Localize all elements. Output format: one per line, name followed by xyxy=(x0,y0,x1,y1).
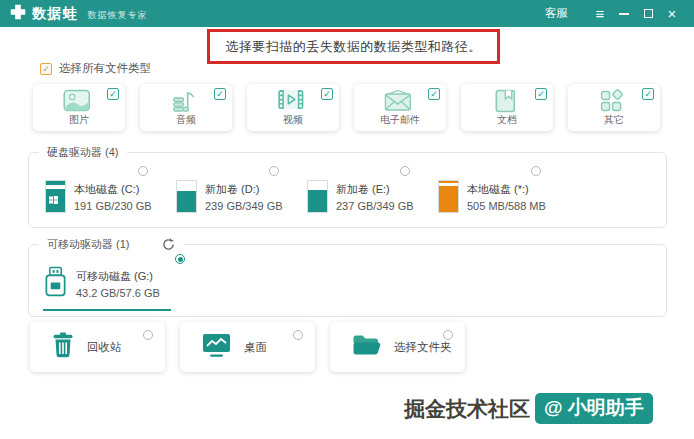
type-label: 电子邮件 xyxy=(354,113,446,127)
trash-icon xyxy=(52,332,74,362)
type-card-documents[interactable]: ✓ 文档 xyxy=(461,84,553,131)
hard-drives-title: 硬盘驱动器 (4) xyxy=(39,145,127,160)
image-icon xyxy=(63,89,91,116)
location-radio-desktop[interactable] xyxy=(293,330,303,340)
type-checkbox-other[interactable]: ✓ xyxy=(642,88,654,100)
drive-capacity: 43.2 GB/57.6 GB xyxy=(76,287,160,299)
drive-name: 本地磁盘 (C:) xyxy=(74,182,152,197)
cross-logo-icon xyxy=(10,4,26,24)
drive-radio-e[interactable] xyxy=(400,166,410,176)
locations-row: 回收站 桌面 选择文件夹 xyxy=(30,322,465,372)
drive-name: 新加卷 (D:) xyxy=(205,182,283,197)
type-checkbox-documents[interactable]: ✓ xyxy=(535,88,547,100)
type-checkbox-email[interactable]: ✓ xyxy=(428,88,440,100)
drive-item-d[interactable]: 新加卷 (D:) 239 GB/349 GB xyxy=(176,164,307,213)
app-name: 数据蛙 xyxy=(32,5,79,23)
watermark-badge: @ 小明助手 xyxy=(535,393,653,424)
drive-item-star[interactable]: 本地磁盘 (*:) 505 MB/588 MB xyxy=(438,164,569,213)
video-icon xyxy=(277,89,304,114)
drive-name: 可移动磁盘 (G:) xyxy=(76,269,160,284)
drive-d-icon xyxy=(176,180,197,213)
drive-item-c[interactable]: 本地磁盘 (C:) 191 GB/230 GB xyxy=(45,164,176,213)
drive-c-icon xyxy=(45,180,66,213)
location-label: 桌面 xyxy=(244,340,267,355)
location-label: 选择文件夹 xyxy=(394,340,452,355)
type-label: 其它 xyxy=(568,113,660,127)
type-label: 视频 xyxy=(247,113,339,127)
app-subtitle: 数据恢复专家 xyxy=(88,9,148,22)
type-checkbox-video[interactable]: ✓ xyxy=(321,88,333,100)
minimize-icon xyxy=(619,13,629,15)
type-checkbox-images[interactable]: ✓ xyxy=(107,88,119,100)
drive-capacity: 505 MB/588 MB xyxy=(467,200,546,212)
minimize-button[interactable] xyxy=(612,0,636,27)
select-all-checkbox[interactable]: ✓ xyxy=(40,63,52,75)
removable-drives-section: 可移动驱动器 (1) 可移动磁盘 (G:) 43.2 GB/57.6 GB xyxy=(28,237,667,317)
type-checkbox-audio[interactable]: ✓ xyxy=(214,88,226,100)
drive-capacity: 191 GB/230 GB xyxy=(74,200,152,212)
refresh-icon[interactable] xyxy=(162,238,175,251)
windows-logo-icon xyxy=(49,190,58,208)
type-card-audio[interactable]: ✓ 音频 xyxy=(140,84,232,131)
headline-annotation-box: 选择要扫描的丢失数据的数据类型和路径。 xyxy=(207,29,500,64)
location-card-choose-folder[interactable]: 选择文件夹 xyxy=(330,322,465,372)
drive-item-g[interactable]: 可移动磁盘 (G:) 43.2 GB/57.6 GB xyxy=(43,256,171,311)
watermark-text: 掘金技术社区 xyxy=(404,395,530,423)
type-card-video[interactable]: ✓ 视频 xyxy=(247,84,339,131)
type-label: 图片 xyxy=(33,113,125,127)
location-card-recycle-bin[interactable]: 回收站 xyxy=(30,322,165,372)
usb-drive-icon xyxy=(43,266,68,302)
drive-item-e[interactable]: 新加卷 (E:) 237 GB/349 GB xyxy=(307,164,438,213)
maximize-button[interactable] xyxy=(636,0,660,27)
drive-name: 本地磁盘 (*:) xyxy=(467,182,546,197)
hard-drives-grid: 本地磁盘 (C:) 191 GB/230 GB 新加卷 (D:) 239 GB/… xyxy=(29,160,666,213)
page-title: 选择要扫描的丢失数据的数据类型和路径。 xyxy=(225,38,482,56)
watermark: 掘金技术社区 @ 小明助手 xyxy=(404,393,653,424)
location-radio-choose-folder[interactable] xyxy=(443,330,453,340)
select-all-label: 选择所有文件类型 xyxy=(59,61,151,76)
type-card-email[interactable]: ✓ 电子邮件 xyxy=(354,84,446,131)
maximize-icon xyxy=(644,9,653,18)
location-radio-recycle-bin[interactable] xyxy=(143,330,153,340)
close-button[interactable]: × xyxy=(660,0,684,27)
email-icon xyxy=(384,89,411,115)
drive-star-icon xyxy=(438,180,459,213)
drive-radio-g[interactable] xyxy=(175,254,185,264)
drive-radio-star[interactable] xyxy=(531,166,541,176)
data-recovery-window: { "window": { "app_name": "数据蛙", "app_su… xyxy=(0,0,694,439)
location-label: 回收站 xyxy=(87,340,122,355)
type-label: 文档 xyxy=(461,113,553,127)
hard-drives-section: 硬盘驱动器 (4) 本地磁盘 (C:) 191 GB/230 GB 新加卷 (D… xyxy=(28,145,667,228)
drive-capacity: 237 GB/349 GB xyxy=(336,200,414,212)
app-logo: 数据蛙 数据恢复专家 xyxy=(10,4,148,24)
folder-icon xyxy=(352,334,381,360)
select-all-file-types[interactable]: ✓ 选择所有文件类型 xyxy=(40,61,151,76)
drive-name: 新加卷 (E:) xyxy=(336,182,414,197)
removable-drives-title: 可移动驱动器 (1) xyxy=(47,237,130,252)
menu-icon[interactable]: ≡ xyxy=(588,0,612,27)
desktop-icon xyxy=(202,333,231,361)
type-card-other[interactable]: ✓ 其它 xyxy=(568,84,660,131)
drive-radio-c[interactable] xyxy=(138,166,148,176)
titlebar: 数据蛙 数据恢复专家 客服 ≡ × xyxy=(0,0,694,27)
type-card-images[interactable]: ✓ 图片 xyxy=(33,84,125,131)
file-type-row: ✓ 图片 ✓ 音频 xyxy=(33,84,660,131)
drive-capacity: 239 GB/349 GB xyxy=(205,200,283,212)
drive-e-icon xyxy=(307,180,328,213)
drive-radio-d[interactable] xyxy=(269,166,279,176)
support-button[interactable]: 客服 xyxy=(545,6,568,21)
location-card-desktop[interactable]: 桌面 xyxy=(180,322,315,372)
type-label: 音频 xyxy=(140,113,232,127)
